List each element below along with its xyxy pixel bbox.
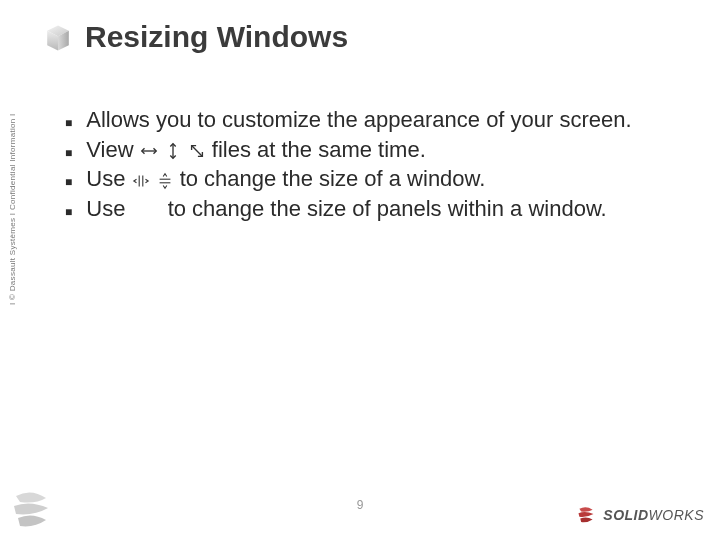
resize-vertical-icon (164, 142, 182, 160)
solidworks-logo-icon (575, 504, 597, 526)
bullet-marker-icon: ■ (65, 174, 72, 190)
bullet-text: Use to change the size of panels within … (86, 194, 665, 224)
bullet-marker-icon: ■ (65, 204, 72, 220)
bullet-text: Use to change the size of a window. (86, 164, 665, 194)
bullet-post: files at the same time. (212, 137, 426, 162)
list-item: ■ Use to change the size of panels withi… (65, 194, 665, 224)
slide: Ι © Dassault Systèmes Ι Confidential Inf… (0, 0, 720, 540)
bullet-text: View files at the same time. (86, 135, 665, 165)
split-horizontal-icon (132, 172, 150, 190)
bullet-post: to change the size of a window. (180, 166, 486, 191)
bullet-pre: View (86, 137, 133, 162)
bullet-marker-icon: ■ (65, 115, 72, 131)
bullet-pre: Use (86, 196, 131, 221)
confidential-sidebar: Ι © Dassault Systèmes Ι Confidential Inf… (8, 113, 17, 305)
logo-text-works: WORKS (649, 507, 704, 523)
resize-diagonal-icon (188, 142, 206, 160)
dassault-logo-icon (6, 486, 56, 534)
bullet-text: Allows you to customize the appearance o… (86, 105, 665, 135)
logo-text-solid: SOLID (603, 507, 648, 523)
list-item: ■ Allows you to customize the appearance… (65, 105, 665, 135)
page-title: Resizing Windows (85, 20, 348, 54)
solidworks-logo: SOLIDWORKS (575, 504, 704, 526)
cube-icon (40, 20, 76, 56)
bullet-post: to change the size of panels within a wi… (168, 196, 607, 221)
split-vertical-icon (156, 172, 174, 190)
bullet-marker-icon: ■ (65, 145, 72, 161)
bullet-pre: Use (86, 166, 131, 191)
bullet-list: ■ Allows you to customize the appearance… (65, 105, 665, 224)
list-item: ■ View files at the same time. (65, 135, 665, 165)
svg-line-5 (191, 145, 202, 156)
resize-horizontal-icon (140, 142, 158, 160)
solidworks-logo-text: SOLIDWORKS (603, 507, 704, 523)
list-item: ■ Use to change the size of a window. (65, 164, 665, 194)
